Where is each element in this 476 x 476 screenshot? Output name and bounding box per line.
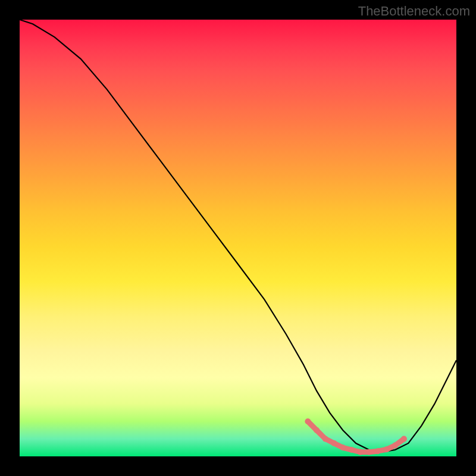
marker-dot [322,436,328,442]
watermark-text: TheBottleneck.com [358,4,470,19]
marker-dot [392,443,398,449]
marker-dot [401,436,407,442]
marker-dot [358,449,364,455]
marker-dot [305,418,311,424]
marker-dot [349,447,355,453]
marker-dot [384,446,390,452]
marker-dot [331,440,337,446]
marker-connector [308,421,404,452]
marker-dot [314,427,320,433]
marker-dot [366,449,372,455]
marker-dot [340,444,346,450]
curve-path [20,20,456,452]
optimal-markers [305,418,407,455]
marker-dot [375,448,381,454]
bottleneck-chart [20,20,456,456]
chart-plot-area [20,20,456,456]
